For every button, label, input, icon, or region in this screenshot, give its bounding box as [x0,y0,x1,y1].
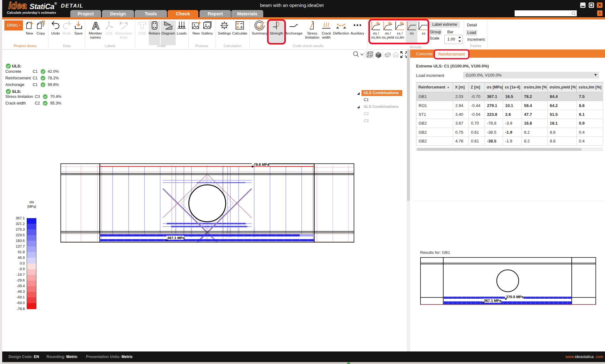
svg-text:-78.8 MPa: -78.8 MPa [253,163,270,166]
svg-text:A: A [92,21,99,31]
svg-text:</>: </> [222,24,226,27]
svg-text:367.1 MPa: 367.1 MPa [484,299,501,302]
svg-text:270.5 MPa: 270.5 MPa [506,295,524,299]
svg-text:367.1 MPa: 367.1 MPa [167,236,185,240]
